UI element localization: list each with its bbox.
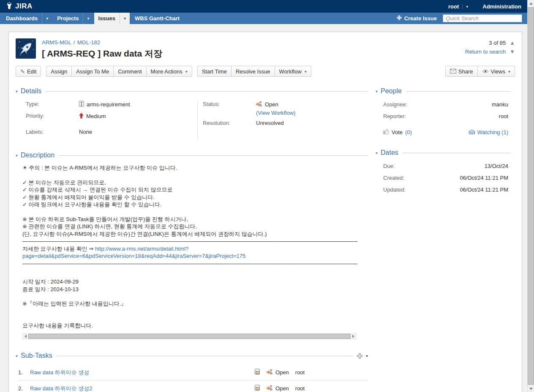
administration-link[interactable]: Administration bbox=[482, 3, 521, 10]
dates-module: ▾ Dates Due: 13/Oct/24 Created: 06/Oct/2… bbox=[376, 149, 511, 193]
assign-to-me-button[interactable]: Assign To Me bbox=[72, 66, 114, 77]
subtask-assignee: root bbox=[295, 369, 305, 376]
nav-wbs-gantt-chart[interactable]: WBS Gantt-Chart bbox=[131, 13, 184, 24]
nav-issues[interactable]: Issues ▾ bbox=[94, 13, 130, 24]
breadcrumb-issue-key-link[interactable]: MGL-182 bbox=[77, 39, 100, 46]
description-line: ✓ 이슈를 강제로 삭제시 → 연결된 이슈 수집이 되지 않으므로 bbox=[22, 186, 368, 194]
quick-search-input[interactable] bbox=[443, 14, 522, 22]
subtasks-options-icon[interactable]: ▾ bbox=[366, 354, 368, 358]
more-actions-button[interactable]: More Actions ▾ bbox=[147, 66, 192, 77]
workflow-button[interactable]: Workflow ▾ bbox=[275, 66, 311, 77]
updated-value: 06/Oct/24 11:21 PM bbox=[460, 187, 508, 193]
resolution-value: Unresolved bbox=[256, 120, 284, 126]
plus-icon bbox=[397, 15, 402, 22]
description-text: ☀ 주의 : 본 이슈는 A-RMS에서 제공하는 요구사항 이슈 입니다. ✓… bbox=[16, 159, 368, 339]
status-value: Open bbox=[265, 101, 278, 108]
chevron-down-icon[interactable]: ▾ bbox=[120, 13, 130, 24]
description-line: ※『아래는 입력된 요구사항 내용입니다.』 bbox=[22, 300, 368, 308]
collapse-description-icon[interactable]: ▾ bbox=[16, 153, 18, 158]
people-heading: People bbox=[381, 87, 402, 95]
requirement-detail-link[interactable]: page=detail&pdService=6&pdServiceVersion… bbox=[22, 253, 245, 259]
issue-header: ARMS-MGL/MGL-182 [ ARMS-REQ ] Raw data 저… bbox=[16, 32, 515, 59]
subtask-document-icon bbox=[255, 369, 260, 376]
view-workflow-link[interactable]: (View Workflow) bbox=[256, 110, 295, 116]
divider bbox=[403, 153, 511, 153]
subtask-row[interactable]: 2. Raw data 하위이슈 생성2 Open root bbox=[18, 381, 368, 392]
requirement-detail-link[interactable]: http://www.a-rms.net/arms/detail.html? bbox=[95, 246, 188, 252]
edit-button[interactable]: ✎ Edit bbox=[16, 66, 41, 77]
subtask-status: Open bbox=[275, 369, 289, 376]
collapse-people-icon[interactable]: ▾ bbox=[376, 89, 378, 94]
subtask-link[interactable]: Raw data 하위이슈 생성 bbox=[30, 369, 89, 376]
chevron-down-icon[interactable]: ▾ bbox=[83, 13, 93, 24]
subtask-document-icon bbox=[255, 385, 260, 392]
jira-logo-icon bbox=[5, 2, 14, 11]
priority-up-arrow-icon bbox=[79, 113, 84, 120]
status-label: Status: bbox=[203, 101, 256, 116]
comment-button[interactable]: Comment bbox=[114, 66, 146, 77]
description-line: ✓ 아래 링크에서 요구사항을 내용을 확인 할 수 있습니다. bbox=[22, 201, 368, 208]
scroll-right-button[interactable] bbox=[351, 334, 356, 339]
scroll-left-button[interactable] bbox=[23, 334, 28, 339]
watching-link[interactable]: Watching (1) bbox=[477, 129, 508, 135]
details-heading: Details bbox=[21, 87, 41, 95]
scrollbar-thumb[interactable] bbox=[528, 7, 534, 385]
create-issue-button[interactable]: Create Issue bbox=[397, 15, 437, 22]
issue-panel: ARMS-MGL/MGL-182 [ ARMS-REQ ] Raw data 저… bbox=[8, 32, 522, 392]
user-menu[interactable]: root ▾ bbox=[445, 3, 471, 10]
reporter-label: Reporter: bbox=[383, 113, 406, 119]
vote-label: Vote bbox=[392, 129, 403, 135]
collapse-dates-icon[interactable]: ▾ bbox=[376, 151, 378, 155]
subtask-link[interactable]: Raw data 하위이슈 생성2 bbox=[30, 385, 92, 392]
chevron-down-icon[interactable]: ▾ bbox=[462, 4, 471, 9]
previous-issue-icon[interactable]: ▲ bbox=[509, 40, 515, 46]
rocket-avatar[interactable] bbox=[16, 38, 36, 59]
subtasks-module: ▾ Sub-Tasks ▾ 1. Raw data 하위이슈 생성 bbox=[16, 352, 368, 392]
scrollbar-thumb[interactable] bbox=[28, 334, 351, 339]
dates-heading: Dates bbox=[381, 149, 398, 157]
status-open-person-icon bbox=[267, 385, 273, 392]
updated-label: Updated: bbox=[383, 187, 406, 193]
watch-control[interactable]: Watching (1) bbox=[469, 129, 508, 135]
divider bbox=[59, 155, 368, 156]
assignee-value[interactable]: manku bbox=[492, 101, 508, 108]
share-button[interactable]: Share bbox=[445, 66, 478, 77]
page-background: ARMS-MGL/MGL-182 [ ARMS-REQ ] Raw data 저… bbox=[0, 24, 534, 392]
main-nav: Dashboards ▾ Projects ▾ Issues ▾ WBS Gan… bbox=[0, 13, 534, 24]
vote-control[interactable]: Vote (0) bbox=[383, 129, 412, 135]
breadcrumb-separator: / bbox=[71, 39, 77, 46]
chevron-down-icon[interactable]: ▾ bbox=[42, 13, 52, 24]
assign-button[interactable]: Assign bbox=[46, 66, 72, 77]
app-title: JIRA bbox=[15, 2, 33, 11]
chevron-down-icon: ▾ bbox=[305, 69, 307, 74]
subtask-row[interactable]: 1. Raw data 하위이슈 생성 Open root bbox=[18, 365, 368, 381]
priority-value: Medium bbox=[86, 113, 106, 119]
vote-count[interactable]: (0) bbox=[405, 129, 412, 135]
type-label: Type: bbox=[26, 101, 79, 108]
reporter-value[interactable]: root bbox=[499, 113, 508, 119]
labels-label: Labels: bbox=[26, 129, 79, 135]
breadcrumb-project-link[interactable]: ARMS-MGL bbox=[42, 39, 71, 46]
subtask-number: 1. bbox=[18, 369, 30, 376]
scroll-up-button[interactable] bbox=[528, 0, 534, 7]
description-line: 종료 일자 : 2024-10-13 bbox=[22, 286, 368, 293]
breadcrumb: ARMS-MGL/MGL-182 bbox=[42, 38, 465, 46]
description-horizontal-scrollbar[interactable] bbox=[22, 333, 357, 339]
add-subtask-button[interactable] bbox=[357, 353, 362, 359]
pencil-icon: ✎ bbox=[20, 68, 25, 75]
nav-projects[interactable]: Projects ▾ bbox=[53, 13, 93, 24]
next-issue-icon[interactable]: ▼ bbox=[509, 49, 515, 54]
collapse-details-icon[interactable]: ▾ bbox=[16, 89, 18, 94]
page-scrollbar[interactable] bbox=[527, 0, 534, 392]
start-time-button[interactable]: Start Time bbox=[197, 66, 232, 77]
chevron-down-icon: ▾ bbox=[185, 69, 188, 74]
app-header: JIRA root ▾ Administration bbox=[0, 0, 534, 13]
nav-dashboards[interactable]: Dashboards ▾ bbox=[2, 13, 52, 24]
scroll-down-button[interactable] bbox=[528, 385, 534, 392]
collapse-subtasks-icon[interactable]: ▾ bbox=[16, 354, 18, 358]
return-to-search-link[interactable]: Return to search bbox=[465, 49, 506, 55]
divider bbox=[46, 91, 368, 92]
jira-logo[interactable]: JIRA bbox=[5, 2, 33, 11]
resolve-issue-button[interactable]: Resolve Issue bbox=[232, 66, 275, 77]
views-button[interactable]: Views ▾ bbox=[478, 66, 515, 77]
